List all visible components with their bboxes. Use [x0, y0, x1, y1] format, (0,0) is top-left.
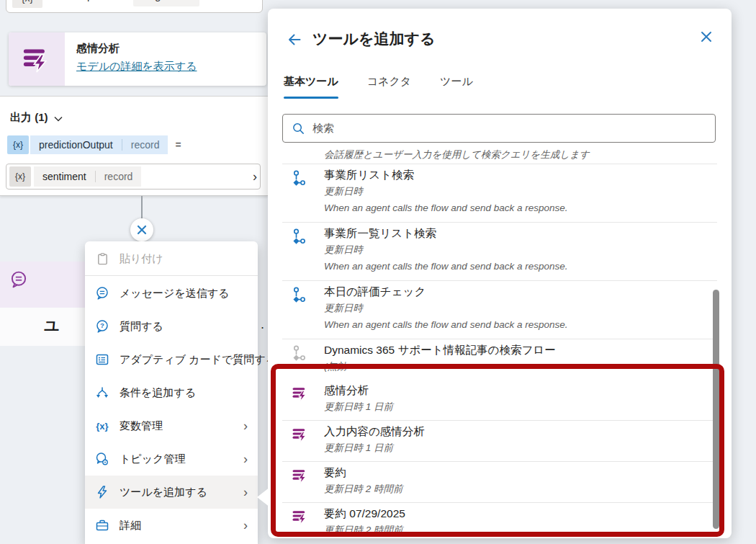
tab-tools[interactable]: ツール: [440, 75, 473, 99]
question-icon: ?: [95, 319, 109, 334]
adaptive-card-icon: [95, 352, 109, 367]
chevron-right-icon[interactable]: ›: [253, 169, 257, 184]
close-panel-button[interactable]: [700, 30, 713, 46]
close-icon: [136, 224, 148, 236]
model-details-link[interactable]: モデルの詳細を表示する: [76, 60, 197, 73]
add-tool-flyout-panel: ツールを追加する 基本ツール コネクタ ツール 検索 会話履歴とユーザー入力を使…: [268, 9, 732, 538]
menu-item-add-condition[interactable]: 条件を追加する: [85, 376, 258, 409]
equals-sign: =: [175, 139, 181, 151]
search-icon: [292, 122, 305, 135]
occluded-message-node: [0, 262, 85, 308]
clipboard-icon: [95, 251, 109, 266]
clipped-variable-box: {x} p g: [6, 0, 263, 13]
ai-builder-icon: [292, 509, 308, 525]
ai-builder-icon: [292, 468, 308, 483]
back-button[interactable]: [287, 32, 302, 50]
search-input[interactable]: 検索: [282, 114, 716, 143]
message-icon: [95, 286, 109, 300]
variable-icon: {x}: [95, 419, 109, 433]
flow-icon: [292, 228, 308, 244]
tool-row-sentiment-analysis[interactable]: 感情分析 更新日時 1 日前: [282, 380, 717, 421]
menu-item-paste[interactable]: 貼り付け: [85, 243, 258, 275]
output-value-box[interactable]: {x} sentiment record ›: [6, 164, 261, 189]
search-placeholder: 検索: [312, 122, 334, 135]
node-output-section: 出力 (1) {x} predictionOutput record = {x}…: [0, 96, 268, 196]
tool-row-office-overview-list-search[interactable]: 事業所一覧リスト検索 更新日時 When an agent calls the …: [282, 223, 717, 281]
flow-icon: [292, 287, 308, 303]
chevron-right-icon: ›: [243, 419, 248, 434]
tab-basic-tools[interactable]: 基本ツール: [284, 75, 338, 99]
tool-row-summary-dated[interactable]: 要約 07/29/2025 更新日時 2 時間前: [282, 503, 717, 538]
sentiment-analysis-node-card[interactable]: 感情分析 モデルの詳細を表示する: [9, 32, 266, 86]
menu-item-adaptive-card[interactable]: アダプティブ カードで質問する: [85, 343, 258, 376]
menu-separator: [85, 275, 258, 276]
tool-row-dynamics365-support-flow[interactable]: Dynamics 365 サポート情報記事の検索フロー (無効: [282, 339, 717, 380]
output-variable-row[interactable]: {x} predictionOutput record =: [7, 135, 181, 155]
variable-name: predictionOutput: [39, 139, 113, 151]
type-chip: [133, 0, 199, 6]
menu-item-details[interactable]: 詳細 ›: [85, 509, 258, 542]
close-icon: [700, 30, 713, 43]
clipped-description: 会話履歴とユーザー入力を使用して検索クエリを生成します: [282, 148, 717, 164]
tool-row-office-list-search[interactable]: 事業所リスト検索 更新日時 When an agent calls the fl…: [282, 164, 717, 223]
tool-list: 会話履歴とユーザー入力を使用して検索クエリを生成します 事業所リスト検索 更新日…: [282, 148, 717, 538]
occluded-node-body: [0, 308, 85, 346]
flow-connector-line: [141, 196, 143, 220]
tab-connectors[interactable]: コネクタ: [367, 75, 411, 99]
chevron-right-icon: ›: [243, 452, 248, 467]
occluded-text: .: [261, 317, 264, 332]
output-heading[interactable]: 出力 (1): [10, 111, 63, 125]
arrow-left-icon: [287, 32, 302, 48]
ai-builder-icon: [9, 32, 65, 86]
chevron-down-icon: [54, 116, 63, 122]
panel-title: ツールを追加する: [312, 29, 435, 49]
chevron-right-icon: ›: [243, 485, 248, 500]
variable-chip: {x}: [12, 0, 42, 8]
menu-item-variable-management[interactable]: {x} 変数管理 ›: [85, 409, 258, 442]
value-name: sentiment: [42, 171, 86, 182]
ai-builder-icon: [292, 427, 308, 442]
chevron-right-icon: ›: [243, 518, 248, 533]
message-icon: [9, 270, 28, 292]
tool-row-summary[interactable]: 要約 更新日時 2 時間前: [282, 462, 717, 503]
copilot-studio-canvas: {x} p g 感情分析 モデルの詳細を表示する 出力 (1) {x} pred…: [0, 0, 756, 544]
variable-type: record: [131, 139, 160, 151]
text-fragment: g: [155, 0, 161, 1]
ai-builder-icon: [292, 385, 308, 401]
menu-item-ask-question[interactable]: ? 質問する: [85, 310, 258, 343]
flow-icon: [292, 170, 308, 186]
flow-icon-disabled: [292, 345, 308, 361]
menu-item-add-tool[interactable]: ツールを追加する ›: [85, 476, 258, 509]
panel-tabs: 基本ツール コネクタ ツール: [284, 75, 473, 99]
topic-icon: [95, 452, 109, 466]
tool-row-today-evaluation-check[interactable]: 本日の評価チェック 更新日時 When an agent calls the f…: [282, 281, 717, 339]
text-fragment: p: [87, 0, 93, 1]
occluded-text: ユ: [44, 316, 60, 336]
close-node-button[interactable]: [130, 218, 153, 241]
svg-text:?: ?: [100, 321, 104, 329]
node-title: 感情分析: [76, 42, 197, 55]
tool-row-input-sentiment-analysis[interactable]: 入力内容の感情分析 更新日時 1 日前: [282, 421, 717, 462]
variable-chip: {x}: [7, 135, 29, 154]
value-type: record: [104, 171, 133, 182]
briefcase-icon: [95, 518, 109, 532]
lightning-icon: [95, 485, 109, 499]
scrollbar[interactable]: [713, 290, 719, 529]
add-node-context-menu: 貼り付け メッセージを送信する ? 質問する アダプティブ カードで質問する 条…: [85, 241, 258, 544]
variable-chip: {x}: [9, 166, 31, 187]
menu-item-send-message[interactable]: メッセージを送信する: [85, 277, 258, 310]
menu-item-topic-management[interactable]: トピック管理 ›: [85, 442, 258, 476]
condition-icon: [95, 385, 109, 400]
